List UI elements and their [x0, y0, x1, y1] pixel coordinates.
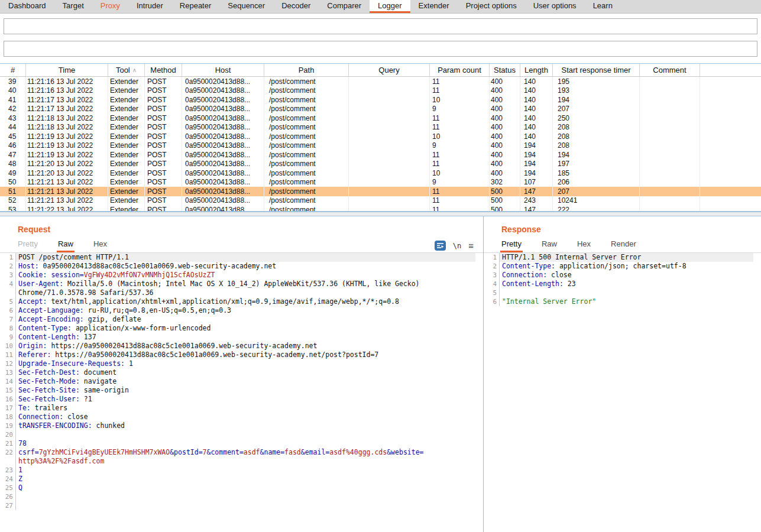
column-header-tool[interactable]: Tool∧	[108, 64, 145, 76]
log-row-43[interactable]: 4311:21:18 13 Jul 2022ExtenderPOST0a9500…	[0, 113, 761, 123]
log-row-39[interactable]: 3911:21:16 13 Jul 2022ExtenderPOST0a9500…	[0, 77, 761, 86]
request-tab-raw[interactable]: Raw	[57, 239, 75, 252]
log-row-53[interactable]: 5311:21:22 13 Jul 2022ExtenderPOST0a9500…	[0, 205, 761, 212]
log-cell: /post/comment	[264, 178, 349, 187]
request-tab-pretty[interactable]: Pretty	[17, 239, 39, 252]
log-row-47[interactable]: 4711:21:19 13 Jul 2022ExtenderPOST0a9500…	[0, 150, 761, 160]
request-line: 10Origin: https://0a9500020413d88ac08c5c…	[0, 342, 483, 351]
request-line-text	[16, 430, 475, 439]
log-row-46[interactable]: 4611:21:19 13 Jul 2022ExtenderPOST0a9500…	[0, 141, 761, 151]
column-header-path[interactable]: Path	[264, 64, 349, 76]
response-line-text: Connection: close	[500, 271, 753, 280]
request-line-text: tRANSFER-ENCODING: chunked	[16, 421, 475, 430]
log-row-51[interactable]: 5111:21:21 13 Jul 2022ExtenderPOST0a9500…	[0, 187, 761, 196]
column-header-query[interactable]: Query	[349, 64, 430, 76]
column-header-status[interactable]: Status	[490, 64, 520, 76]
log-cell: 11:21:16 13 Jul 2022	[26, 86, 108, 96]
log-cell: 11:21:18 13 Jul 2022	[26, 123, 108, 132]
log-cell: 11:21:18 13 Jul 2022	[26, 113, 108, 123]
log-cell: 10	[430, 95, 490, 105]
main-tab-user-options[interactable]: User options	[525, 0, 585, 13]
logger-table-body: 3911:21:16 13 Jul 2022ExtenderPOST0a9500…	[0, 77, 761, 212]
line-number: 5	[484, 288, 500, 297]
log-row-50[interactable]: 5011:21:21 13 Jul 2022ExtenderPOST0a9500…	[0, 178, 761, 187]
log-cell: POST	[145, 132, 182, 141]
log-cell: Extender	[108, 196, 145, 206]
log-cell-filler	[700, 113, 761, 123]
line-number: 4	[484, 280, 500, 288]
log-cell-filler	[700, 150, 761, 160]
log-cell: /post/comment	[264, 196, 349, 206]
log-cell	[640, 196, 700, 206]
main-tab-target[interactable]: Target	[54, 0, 92, 13]
request-line-text: Upgrade-Insecure-Requests: 1	[16, 359, 475, 368]
log-cell: 400	[490, 77, 520, 86]
view-filter-bar[interactable]: View filter: Showing all items	[4, 41, 757, 57]
log-row-40[interactable]: 4011:21:16 13 Jul 2022ExtenderPOST0a9500…	[0, 86, 761, 96]
pretty-print-toggle-icon[interactable]	[435, 241, 446, 251]
log-cell	[349, 132, 430, 141]
column-header-host[interactable]: Host	[182, 64, 264, 76]
request-line-text: Sec-Fetch-Site: same-origin	[16, 386, 475, 395]
log-cell: Extender	[108, 141, 145, 151]
main-tab-repeater[interactable]: Repeater	[171, 0, 219, 13]
log-cell: 243	[520, 196, 553, 206]
request-line-text: Z	[16, 475, 475, 484]
log-cell: 0a9500020413d88...	[182, 187, 264, 196]
log-cell: 400	[490, 105, 520, 114]
column-header-method[interactable]: Method	[145, 64, 182, 76]
newline-toggle-icon[interactable]: \n	[453, 242, 461, 250]
response-tab-hex[interactable]: Hex	[576, 239, 592, 252]
column-header-start-response-timer[interactable]: Start response timer	[553, 64, 640, 76]
response-editor[interactable]: 1HTTP/1.1 500 Internal Server Error2Cont…	[484, 252, 761, 532]
column-header-time[interactable]: Time	[26, 64, 108, 76]
response-tab-raw[interactable]: Raw	[540, 239, 558, 252]
log-cell: Extender	[108, 168, 145, 178]
log-cell: 147	[520, 205, 553, 212]
log-cell: 0a9500020413d88...	[182, 141, 264, 151]
log-cell: /post/comment	[264, 168, 349, 178]
main-tab-project-options[interactable]: Project options	[458, 0, 525, 13]
log-cell	[349, 141, 430, 151]
response-tab-render[interactable]: Render	[610, 239, 637, 252]
log-row-41[interactable]: 4111:21:17 13 Jul 2022ExtenderPOST0a9500…	[0, 95, 761, 105]
log-cell: /post/comment	[264, 205, 349, 212]
log-row-52[interactable]: 5211:21:21 13 Jul 2022ExtenderPOST0a9500…	[0, 196, 761, 206]
request-tab-hex[interactable]: Hex	[92, 239, 108, 252]
capture-filter-bar[interactable]: Capture filter: Logger memory limit set …	[4, 18, 757, 34]
log-row-49[interactable]: 4911:21:20 13 Jul 2022ExtenderPOST0a9500…	[0, 168, 761, 178]
log-cell: 400	[490, 141, 520, 151]
main-tab-extender[interactable]: Extender	[410, 0, 458, 13]
column-header-num[interactable]: #	[0, 64, 26, 76]
horizontal-splitter[interactable]	[0, 212, 761, 216]
main-tab-proxy[interactable]: Proxy	[92, 0, 128, 13]
column-header-comment[interactable]: Comment	[640, 64, 700, 76]
log-cell: 11:21:20 13 Jul 2022	[26, 168, 108, 178]
main-tab-decoder[interactable]: Decoder	[273, 0, 319, 13]
main-tab-intruder[interactable]: Intruder	[128, 0, 171, 13]
request-editor[interactable]: 1POST /post/comment HTTP/1.12Host: 0a950…	[0, 252, 483, 532]
request-line: http%3A%2F%2Fasdf.com	[0, 457, 483, 466]
main-tab-sequencer[interactable]: Sequencer	[219, 0, 273, 13]
main-tab-learn[interactable]: Learn	[585, 0, 621, 13]
log-cell: 140	[520, 132, 553, 141]
column-header-length[interactable]: Length	[520, 64, 553, 76]
request-line-text: Host: 0a9500020413d88ac08c5c1e001a0069.w…	[16, 262, 475, 271]
main-tab-comparer[interactable]: Comparer	[319, 0, 370, 13]
editor-menu-icon[interactable]: ≡	[468, 241, 474, 250]
log-cell: 41	[0, 95, 26, 105]
log-row-45[interactable]: 4511:21:19 13 Jul 2022ExtenderPOST0a9500…	[0, 132, 761, 141]
log-row-48[interactable]: 4811:21:20 13 Jul 2022ExtenderPOST0a9500…	[0, 160, 761, 169]
response-tab-pretty[interactable]: Pretty	[500, 239, 523, 252]
log-row-44[interactable]: 4411:21:18 13 Jul 2022ExtenderPOST0a9500…	[0, 123, 761, 132]
log-cell: 194	[520, 168, 553, 178]
column-header-param-count[interactable]: Param count	[430, 64, 490, 76]
response-line-text	[500, 288, 753, 297]
response-line-text: "Internal Server Error"	[500, 297, 753, 306]
line-number: 27	[0, 501, 16, 510]
log-row-42[interactable]: 4211:21:17 13 Jul 2022ExtenderPOST0a9500…	[0, 105, 761, 114]
request-line-text: 78	[16, 439, 475, 448]
main-tab-logger[interactable]: Logger	[370, 0, 410, 13]
request-line-text: User-Agent: Mozilla/5.0 (Macintosh; Inte…	[16, 280, 475, 288]
main-tab-dashboard[interactable]: Dashboard	[0, 0, 54, 13]
